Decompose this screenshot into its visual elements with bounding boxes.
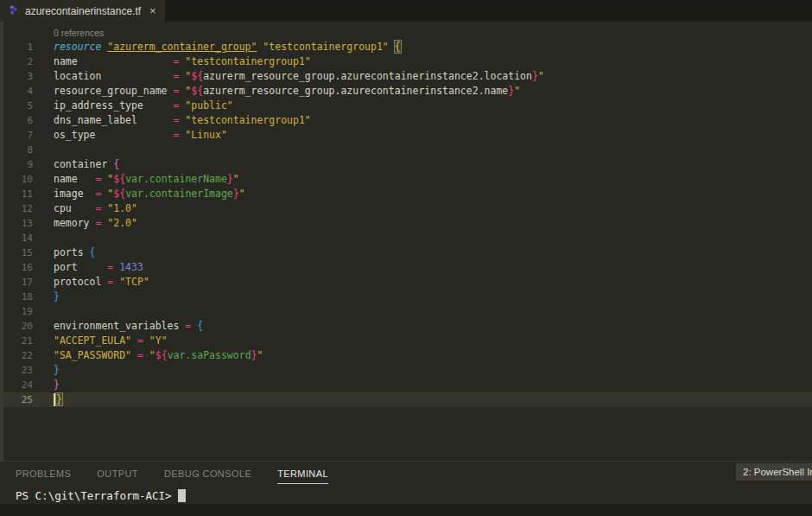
- panel-tab-problems[interactable]: PROBLEMS: [16, 468, 71, 484]
- code-token: resource: [54, 41, 101, 53]
- code-text: "ACCEPT_EULA" = "Y": [54, 334, 168, 348]
- code-text: resource "azurerm_container_group" "test…: [54, 40, 401, 54]
- code-line[interactable]: 14: [0, 231, 812, 245]
- panel-tab-output[interactable]: OUTPUT: [97, 468, 138, 484]
- code-line[interactable]: 19: [0, 304, 812, 319]
- code-token: "SA_PASSWORD": [54, 349, 131, 361]
- line-number[interactable]: 18: [0, 290, 33, 304]
- line-number[interactable]: 17: [0, 275, 33, 290]
- line-number[interactable]: 7: [0, 128, 33, 143]
- code-text: }: [54, 392, 62, 407]
- line-number[interactable]: 1: [0, 40, 33, 54]
- line-number[interactable]: 8: [0, 143, 33, 157]
- code-token: ip_address_type: [54, 99, 173, 111]
- code-token: }: [251, 349, 257, 361]
- code-line[interactable]: 17protocol = "TCP": [0, 275, 812, 290]
- code-line[interactable]: 10name = "${var.containerName}": [0, 172, 812, 187]
- code-token: {: [113, 158, 119, 170]
- line-number[interactable]: 23: [0, 363, 33, 378]
- code-lines: 1resource "azurerm_container_group" "tes…: [0, 40, 812, 407]
- code-text: ip_address_type = "public": [54, 99, 233, 113]
- code-line[interactable]: 16port = 1433: [0, 260, 812, 275]
- code-line[interactable]: 12cpu = "1.0": [0, 201, 812, 216]
- code-token: image: [54, 188, 95, 200]
- code-line[interactable]: 4resource_group_name = "${azurerm_resour…: [0, 84, 812, 99]
- code-line[interactable]: 6dns_name_label = "testcontainergroup1": [0, 113, 812, 128]
- code-line[interactable]: 3location = "${azurerm_resource_group.az…: [0, 69, 812, 84]
- code-token: [131, 349, 137, 361]
- code-text: image = "${var.containerImage}": [54, 187, 245, 201]
- line-number[interactable]: 10: [0, 172, 33, 187]
- panel-tab-terminal[interactable]: TERMINAL: [277, 468, 328, 484]
- code-token: ": [239, 188, 245, 200]
- tab-azurecontainerinstance[interactable]: azurecontainerinstance.tf ×: [0, 0, 165, 22]
- code-line[interactable]: 22"SA_PASSWORD" = "${var.saPassword}": [0, 348, 812, 363]
- code-token: [131, 334, 137, 347]
- code-text: name = "${var.containerName}": [54, 172, 239, 187]
- code-line[interactable]: 8: [0, 143, 812, 157]
- code-text: environment_variables = {: [54, 319, 203, 334]
- bottom-panel: PROBLEMSOUTPUTDEBUG CONSOLETERMINAL 2: P…: [0, 461, 812, 516]
- code-token: ": [514, 85, 520, 97]
- line-number[interactable]: 12: [0, 201, 33, 216]
- code-token: "testcontainergroup1": [185, 114, 310, 126]
- code-token: "public": [185, 99, 232, 111]
- code-token: "ACCEPT_EULA": [54, 334, 131, 347]
- line-number[interactable]: 24: [0, 378, 33, 392]
- code-text: dns_name_label = "testcontainergroup1": [54, 113, 311, 128]
- code-line[interactable]: 7os_type = "Linux": [0, 128, 812, 143]
- code-line[interactable]: 23}: [0, 363, 812, 378]
- tab-bar: azurecontainerinstance.tf ×: [0, 0, 812, 22]
- code-text: cpu = "1.0": [54, 201, 137, 216]
- code-token: }: [56, 393, 62, 405]
- code-token: ": [257, 349, 263, 361]
- terminal-selector[interactable]: 2: PowerShell In: [736, 463, 812, 481]
- code-line[interactable]: 20environment_variables = {: [0, 319, 812, 334]
- code-text: }: [54, 378, 60, 392]
- line-number[interactable]: 6: [0, 113, 33, 128]
- code-line[interactable]: 1resource "azurerm_container_group" "tes…: [0, 40, 812, 54]
- line-number[interactable]: 9: [0, 157, 33, 172]
- line-number[interactable]: 11: [0, 187, 33, 201]
- code-token: var.containerName: [125, 173, 227, 185]
- code-line[interactable]: 13memory = "2.0": [0, 216, 812, 231]
- line-number[interactable]: 13: [0, 216, 33, 231]
- code-token: ": [538, 70, 544, 82]
- line-number[interactable]: 22: [0, 348, 33, 363]
- line-number[interactable]: 4: [0, 84, 33, 99]
- code-token: azurerm_resource_group.azurecontainerins…: [203, 85, 508, 97]
- code-line[interactable]: 15ports {: [0, 245, 812, 260]
- code-line[interactable]: 24}: [0, 378, 812, 392]
- line-number[interactable]: 20: [0, 319, 33, 334]
- terminal[interactable]: PS C:\git\Terraform-ACI>: [16, 489, 812, 502]
- codelens-references[interactable]: 0 references: [54, 28, 812, 38]
- code-text: container {: [54, 157, 119, 172]
- line-number[interactable]: 2: [0, 54, 33, 69]
- code-token: ${: [191, 85, 203, 97]
- panel-tab-debug-console[interactable]: DEBUG CONSOLE: [164, 468, 251, 484]
- line-number[interactable]: 5: [0, 99, 33, 113]
- line-number[interactable]: 19: [0, 304, 33, 319]
- code-line[interactable]: 11image = "${var.containerImage}": [0, 187, 812, 201]
- code-line[interactable]: 9container {: [0, 157, 812, 172]
- code-token: }: [54, 379, 60, 391]
- code-token: "Linux": [185, 129, 226, 141]
- close-icon[interactable]: ×: [149, 5, 156, 16]
- line-number[interactable]: 16: [0, 260, 33, 275]
- panel-tabs: PROBLEMSOUTPUTDEBUG CONSOLETERMINAL: [16, 468, 812, 484]
- line-number[interactable]: 25: [0, 392, 33, 407]
- code-line[interactable]: 2name = "testcontainergroup1": [0, 54, 812, 69]
- code-line[interactable]: 18}: [0, 290, 812, 304]
- terraform-file-icon: [7, 4, 20, 17]
- editor[interactable]: 0 references 1resource "azurerm_containe…: [0, 22, 812, 461]
- line-number[interactable]: 14: [0, 231, 33, 245]
- code-token: ${: [113, 188, 125, 200]
- line-number[interactable]: 3: [0, 69, 33, 84]
- line-number[interactable]: 15: [0, 245, 33, 260]
- line-number[interactable]: 21: [0, 334, 33, 348]
- text-cursor: [54, 393, 55, 406]
- code-line[interactable]: 25}: [0, 392, 812, 407]
- code-token: ${: [113, 173, 125, 185]
- code-line[interactable]: 5ip_address_type = "public": [0, 99, 812, 113]
- code-line[interactable]: 21"ACCEPT_EULA" = "Y": [0, 334, 812, 348]
